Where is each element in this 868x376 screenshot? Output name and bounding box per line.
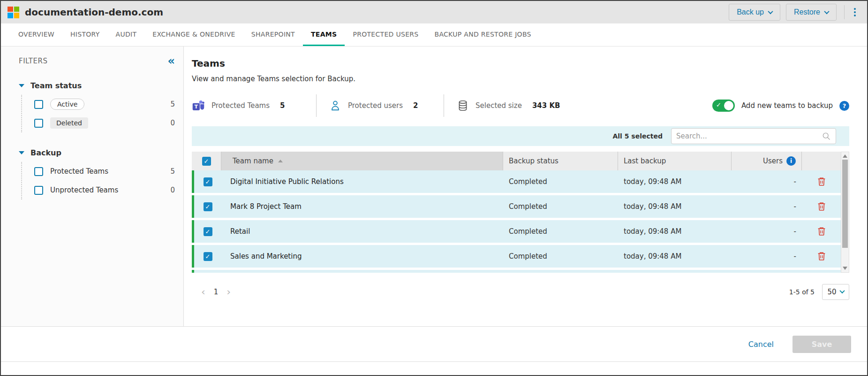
scrollbar-thumb[interactable]	[842, 160, 848, 248]
toggle-label: Add new teams to backup	[741, 101, 833, 110]
tab-overview[interactable]: OVERVIEW	[10, 23, 62, 46]
search-input[interactable]	[676, 132, 822, 140]
backup-status-cell: Completed	[503, 252, 618, 261]
table-header-row: ✓ Team name Backup status Last backup	[192, 152, 841, 170]
delete-cell	[802, 201, 841, 212]
delete-team-icon[interactable]	[816, 201, 827, 212]
cancel-button[interactable]: Cancel	[748, 340, 774, 349]
row-checkbox-cell: ✓	[194, 252, 221, 261]
delete-cell	[802, 226, 841, 237]
table-row[interactable]: ✓ Mark 8 Project Team Completed today, 0…	[192, 195, 841, 218]
table-toolbar: All 5 selected	[192, 126, 849, 146]
table-row[interactable]: ✓ Sales and Marketing Completed today, 0…	[192, 245, 841, 268]
header-checkbox-cell: ✓	[192, 152, 221, 170]
collapse-sidebar-icon[interactable]: «	[167, 57, 175, 65]
current-page-number[interactable]: 1	[211, 288, 221, 296]
column-header-label: Users	[763, 157, 783, 165]
stat-value: 2	[413, 101, 418, 110]
delete-cell	[802, 176, 841, 187]
column-header-last-backup[interactable]: Last backup	[618, 152, 732, 170]
next-page-icon[interactable]: ›	[221, 287, 236, 297]
row-checkbox[interactable]: ✓	[204, 227, 212, 236]
page-size-select[interactable]: 50	[822, 284, 849, 300]
tab-protected-users[interactable]: PROTECTED USERS	[345, 23, 426, 46]
table-scrollbar[interactable]	[841, 152, 849, 273]
row-checkbox[interactable]: ✓	[204, 177, 212, 186]
add-new-teams-toggle[interactable]: ✓	[712, 100, 735, 112]
filter-group-label: Team status	[30, 81, 82, 90]
search-icon	[822, 131, 831, 141]
unprotected-teams-filter-count: 0	[170, 186, 175, 194]
stat-selected-size: Selected size 343 KB	[457, 93, 560, 118]
scroll-down-icon[interactable]	[843, 267, 847, 270]
protected-teams-filter-count: 5	[170, 167, 175, 176]
filter-group-backup: Backup Protected Teams 5 Unprotected Tea…	[19, 148, 175, 200]
select-all-checkbox[interactable]: ✓	[202, 157, 211, 166]
last-backup-cell: today, 09:48 AM	[618, 252, 732, 261]
users-cell: -	[732, 202, 802, 211]
restore-button-label: Restore	[794, 8, 820, 16]
backup-status-cell: Completed	[503, 177, 618, 186]
active-filter-checkbox[interactable]	[34, 100, 43, 109]
page-subtitle: View and manage Teams selection for Back…	[192, 75, 849, 83]
delete-cell	[802, 251, 841, 261]
delete-team-icon[interactable]	[816, 226, 827, 237]
more-options-icon[interactable]	[849, 4, 860, 20]
team-name-cell: Sales and Marketing	[221, 252, 503, 261]
unprotected-teams-filter-checkbox[interactable]	[34, 186, 43, 195]
stat-divider	[316, 94, 317, 117]
filter-group-team-status-header[interactable]: Team status	[19, 81, 175, 90]
caret-down-icon	[19, 151, 24, 154]
stat-divider	[444, 94, 444, 117]
column-header-backup-status[interactable]: Backup status	[503, 152, 618, 170]
restore-button[interactable]: Restore	[786, 4, 837, 21]
stat-label: Protected users	[348, 101, 403, 110]
filter-item-protected-teams: Protected Teams 5	[34, 162, 175, 181]
tab-sharepoint[interactable]: SHAREPOINT	[243, 23, 303, 46]
deleted-filter-checkbox[interactable]	[34, 119, 43, 128]
table-row-partial[interactable]	[192, 270, 841, 273]
tab-history[interactable]: HISTORY	[62, 23, 108, 46]
filter-item-label: Protected Teams	[50, 167, 108, 176]
last-backup-cell: today, 09:48 AM	[618, 227, 732, 236]
info-icon[interactable]: i	[786, 156, 796, 166]
check-icon: ✓	[716, 101, 721, 108]
filter-group-backup-header[interactable]: Backup	[19, 148, 175, 157]
delete-team-icon[interactable]	[816, 251, 827, 261]
filter-group-label: Backup	[30, 148, 61, 157]
backup-button[interactable]: Back up	[729, 4, 780, 21]
action-footer: Cancel Save	[1, 326, 867, 361]
deleted-status-badge: Deleted	[50, 117, 88, 129]
row-checkbox[interactable]: ✓	[204, 252, 212, 261]
database-icon	[457, 100, 469, 112]
filter-item-deleted: Deleted 0	[34, 114, 175, 132]
filter-group-team-status: Team status Active 5 Deleted 0	[19, 81, 175, 132]
row-checkbox[interactable]: ✓	[204, 202, 212, 211]
row-checkbox-cell: ✓	[194, 202, 221, 211]
filter-item-unprotected-teams: Unprotected Teams 0	[34, 181, 175, 200]
column-header-team-name[interactable]: Team name	[221, 152, 503, 170]
chevron-down-icon	[768, 9, 773, 14]
scroll-up-icon[interactable]	[843, 154, 847, 158]
stat-label: Protected Teams	[211, 101, 270, 110]
active-filter-count: 5	[170, 100, 175, 108]
save-button[interactable]: Save	[793, 336, 851, 353]
tab-backup-restore-jobs[interactable]: BACKUP AND RESTORE JOBS	[427, 23, 539, 46]
stat-value: 5	[280, 101, 285, 110]
teams-table: ✓ Team name Backup status Last backup	[192, 152, 849, 273]
protected-teams-filter-checkbox[interactable]	[34, 167, 43, 176]
table-row[interactable]: ✓ Retail Completed today, 09:48 AM -	[192, 220, 841, 243]
table-row[interactable]: ✓ Digital Initiative Public Relations Co…	[192, 170, 841, 193]
delete-team-icon[interactable]	[816, 176, 827, 187]
help-icon[interactable]: ?	[839, 101, 849, 111]
microsoft-logo-icon	[8, 7, 19, 18]
tab-teams[interactable]: TEAMS	[303, 23, 345, 46]
tab-audit[interactable]: AUDIT	[108, 23, 145, 46]
previous-page-icon[interactable]: ‹	[196, 287, 211, 297]
page-title: Teams	[192, 58, 849, 69]
tab-exchange-onedrive[interactable]: EXCHANGE & ONEDRIVE	[144, 23, 243, 46]
team-name-cell: Retail	[221, 227, 503, 236]
column-header-users[interactable]: Users i	[732, 152, 802, 170]
app-window: documentation-demo.com Back up Restore O…	[0, 0, 868, 376]
row-checkbox-cell: ✓	[194, 227, 221, 236]
